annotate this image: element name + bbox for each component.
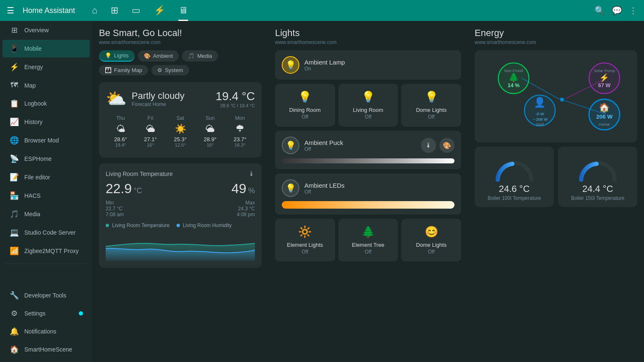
sidebar-item-developer-tools[interactable]: 🔧 Developer Tools — [3, 287, 90, 304]
weather-icon: ⛅ — [106, 89, 127, 109]
legend-humidity: Living Room Humidity — [177, 222, 232, 228]
sidebar-item-history[interactable]: 📈 History — [3, 113, 90, 131]
sidebar-item-hacs[interactable]: 🏪 HACS — [3, 187, 90, 204]
forecast-fri: Fri 🌥 27.1° 16° — [135, 112, 165, 151]
mid-column: Lights www.smarthomescene.com 💡 Ambient … — [268, 21, 468, 362]
forecast-fri-day: Fri — [137, 115, 164, 121]
right-section-subtitle: www.smarthomescene.com — [475, 39, 637, 45]
svg-point-3 — [560, 98, 564, 102]
nav-monitor-icon[interactable]: 🖥 — [177, 3, 190, 18]
menu-icon[interactable]: ☰ — [7, 5, 14, 16]
svg-text:Grid: Grid — [536, 122, 543, 127]
forecast-sun: Sun 🌥 28.9° 16° — [195, 112, 225, 151]
nav-grid-icon[interactable]: ⊞ — [109, 3, 120, 18]
tab-system[interactable]: ⚙ System — [151, 65, 189, 75]
hacs-icon: 🏪 — [9, 191, 19, 200]
sidebar-item-mobile[interactable]: 📱 Mobile — [3, 40, 90, 57]
sidebar-item-energy[interactable]: ⚡ Energy — [3, 58, 90, 76]
forecast-mon-high: 23.7° — [227, 136, 253, 142]
nav-home-icon[interactable]: ⌂ — [90, 3, 99, 18]
ambient-lamp-name: Ambient Lamp — [304, 59, 454, 66]
forecast-fri-icon: 🌥 — [137, 124, 164, 134]
tab-lights[interactable]: 💡 Lights — [99, 50, 135, 62]
dome-lights-bottom-card[interactable]: 😊 Dome Lights Off — [401, 219, 461, 261]
sidebar-label-esphome: ESPHome — [24, 155, 52, 162]
dome-lights-bottom-icon: 😊 — [406, 225, 456, 238]
legend-temp-dot — [106, 224, 109, 227]
tab-family-map[interactable]: 👨‍👩‍👧 Family Map — [99, 65, 148, 75]
forecast-thu-day: Thu — [107, 115, 134, 121]
nav-tv-icon[interactable]: ▭ — [130, 3, 142, 18]
sidebar-item-settings[interactable]: ⚙ Settings — [3, 305, 90, 322]
dining-room-card[interactable]: 💡 Dining Room Off — [275, 84, 335, 127]
svg-text:Solar Pump: Solar Pump — [594, 68, 615, 73]
living-room-name: Living Room — [343, 107, 393, 113]
weather-temp-main: 19.4 °C — [216, 90, 255, 103]
forecast-sun-day: Sun — [197, 115, 223, 121]
legend-humidity-dot — [177, 224, 180, 227]
dome-lights-bottom-status: Off — [406, 249, 456, 255]
more-icon[interactable]: ⋮ — [629, 5, 637, 16]
mid-section-subtitle: www.smarthomescene.com — [275, 39, 461, 45]
energy-diagram: Non Fossil 🌲 14 % Solar Pump ⚡ 67 W 👤 -0… — [475, 50, 637, 142]
element-tree-card[interactable]: 🌲 Element Tree Off — [338, 219, 398, 261]
temp-card-header: Living Room Temperature 🌡 — [106, 170, 255, 178]
tab-media[interactable]: 🎵 Media — [182, 50, 218, 62]
living-room-icon: 💡 — [343, 90, 393, 103]
weather-card: ⛅ Partly cloudy Forecast Home 19.4 °C 28… — [99, 82, 262, 158]
sidebar-item-studio-code[interactable]: 💻 Studio Code Server — [3, 224, 90, 241]
sidebar-item-media[interactable]: 🎵 Media — [3, 205, 90, 223]
sidebar-item-esphome[interactable]: 📡 ESPHome — [3, 150, 90, 168]
element-lights-icon: 🔆 — [280, 225, 330, 238]
ambient-lamp-card[interactable]: 💡 Ambient Lamp On — [275, 50, 461, 80]
sidebar-item-file-editor[interactable]: 📝 File editor — [3, 168, 90, 186]
dome-lights-top-card[interactable]: 💡 Dome Lights Off — [401, 84, 461, 127]
developer-tools-icon: 🔧 — [9, 291, 19, 300]
sidebar-label-hacs: HACS — [24, 192, 41, 199]
leds-color-bar[interactable] — [282, 201, 454, 209]
humidity-display: 49 % — [231, 181, 255, 197]
sidebar-item-zigbee2mqtt[interactable]: 📶 Zigbee2MQTT Proxy — [3, 242, 90, 260]
puck-brightness-btn[interactable]: 🌡 — [421, 138, 436, 153]
smarthomescene-icon: 🏠 — [9, 345, 19, 354]
temp-unit: °C — [134, 186, 142, 195]
sidebar-item-smarthomescene[interactable]: 🏠 SmartHomeScene — [3, 341, 90, 358]
element-lights-card[interactable]: 🔆 Element Lights Off — [275, 219, 335, 261]
forecast-sun-high: 28.9° — [197, 136, 223, 142]
sidebar-item-overview[interactable]: ⊞ Overview — [3, 21, 90, 39]
forecast-thu: Thu 🌤 28.6° 19.4° — [106, 112, 135, 151]
filter-tabs: 💡 Lights 🎨 Ambient 🎵 Media 👨‍👩‍👧 Family … — [99, 50, 262, 75]
dome-lights-top-icon: 💡 — [406, 90, 456, 103]
ambient-puck-card: 💡 Ambient Puck Off 🌡 🎨 — [275, 131, 461, 169]
sidebar-label-notifications: Notifications — [24, 328, 56, 335]
sidebar-divider — [5, 264, 87, 264]
search-icon[interactable]: 🔍 — [595, 5, 605, 16]
puck-slider-row — [282, 158, 454, 163]
puck-color-btn[interactable]: 🎨 — [439, 138, 454, 153]
left-column: Be Smart, Go Local! www.smarthomescene.c… — [92, 21, 268, 362]
sidebar-item-notifications[interactable]: 🔔 Notifications — [3, 323, 90, 340]
weather-condition: Partly cloudy — [132, 90, 210, 101]
forecast-thu-icon: 🌤 — [107, 124, 134, 134]
sidebar-item-logbook[interactable]: 📋 Logbook — [3, 95, 90, 112]
sidebar-item-browser-mod[interactable]: 🌐 Browser Mod — [3, 132, 90, 149]
browser-mod-icon: 🌐 — [9, 136, 19, 145]
dining-room-name: Dining Room — [280, 107, 330, 113]
sidebar-item-map[interactable]: 🗺 Map — [3, 77, 90, 94]
ambient-puck-name: Ambient Puck — [304, 139, 416, 146]
history-icon: 📈 — [9, 117, 19, 127]
weather-location: Forecast Home — [132, 101, 210, 107]
right-section-title: Energy — [475, 28, 637, 39]
tab-ambient[interactable]: 🎨 Ambient — [138, 50, 179, 62]
notifications-icon: 🔔 — [9, 327, 19, 336]
main-layout: ⊞ Overview 📱 Mobile ⚡ Energy 🗺 Map 📋 Log… — [0, 21, 644, 362]
zigbee2mqtt-icon: 📶 — [9, 246, 19, 256]
svg-text:67 W: 67 W — [598, 83, 610, 88]
sidebar-label-settings: Settings — [24, 310, 46, 317]
chat-icon[interactable]: 💬 — [612, 5, 622, 16]
forecast-sat-low: 12.6° — [167, 142, 193, 147]
temp-max-value: 24.3 °C — [237, 206, 255, 212]
svg-text:14 %: 14 % — [508, 83, 520, 88]
nav-bolt-icon[interactable]: ⚡ — [152, 3, 167, 18]
living-room-card[interactable]: 💡 Living Room Off — [338, 84, 398, 127]
